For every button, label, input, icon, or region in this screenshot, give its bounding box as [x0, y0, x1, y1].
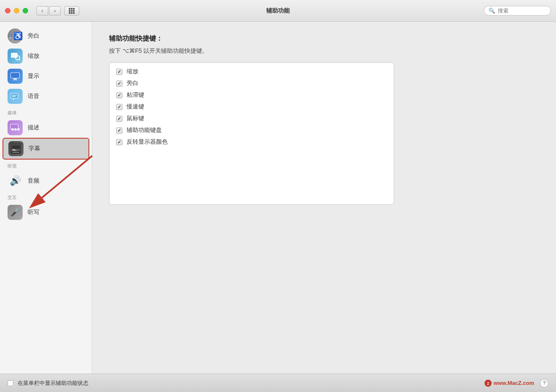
sidebar-label-display: 显示	[28, 72, 39, 80]
display-icon-inner	[8, 69, 23, 84]
bottom-right: Z www.MacZ.com ?	[484, 379, 548, 387]
panel-title: 辅助功能快捷键：	[109, 34, 539, 43]
svg-rect-23	[12, 149, 16, 150]
checkbox-row-6: 反转显示器颜色	[116, 138, 387, 146]
svg-rect-13	[12, 95, 17, 96]
svg-rect-12	[10, 93, 18, 98]
svg-rect-16	[10, 124, 18, 129]
svg-line-6	[19, 59, 20, 60]
right-panel: 辅助功能快捷键： 按下 ⌥⌘F5 以开关辅助功能快捷键。 缩放 旁白 粘滞键 慢…	[92, 22, 556, 374]
forward-button[interactable]: ›	[49, 6, 61, 15]
display-svg	[10, 71, 21, 82]
sidebar-item-caption[interactable]: 字幕	[3, 138, 89, 160]
category-media: 媒体	[0, 106, 92, 118]
svg-rect-4	[11, 53, 18, 58]
svg-rect-24	[12, 150, 17, 151]
describe-icon	[8, 120, 23, 135]
close-button[interactable]	[5, 8, 10, 13]
sidebar-label-narrate: 旁白	[28, 32, 39, 40]
sidebar-item-display[interactable]: 显示	[3, 66, 89, 86]
caption-svg	[10, 143, 21, 154]
speech-icon-inner	[8, 89, 23, 104]
sidebar-item-speech[interactable]: 语音	[3, 86, 89, 106]
panel-subtitle: 按下 ⌥⌘F5 以开关辅助功能快捷键。	[109, 47, 539, 55]
checkbox-slow[interactable]	[116, 104, 122, 110]
sidebar: ♿ ♿ 旁白	[0, 22, 92, 374]
sidebar-item-zoom[interactable]: 缩放	[3, 46, 89, 66]
checkbox-row-5: 辅助功能键盘	[116, 126, 387, 134]
nav-buttons: ‹ ›	[36, 6, 61, 15]
narrate-icon: ♿ ♿	[8, 28, 23, 44]
speech-icon	[8, 89, 23, 104]
zoom-icon-inner	[8, 49, 23, 64]
checkbox-row-0: 缩放	[116, 68, 387, 75]
narrate-icon-inner: ♿ ♿	[8, 28, 23, 44]
minimize-button[interactable]	[14, 8, 19, 13]
svg-text:Z: Z	[487, 382, 489, 386]
sidebar-item-dictation[interactable]: 🎤 听写	[3, 202, 89, 222]
checkbox-row-4: 鼠标键	[116, 115, 387, 122]
search-icon: 🔍	[488, 8, 495, 14]
category-interact: 交互	[0, 191, 92, 202]
checkbox-row-1: 旁白	[116, 80, 387, 87]
speech-svg	[10, 91, 21, 102]
checkbox-list: 缩放 旁白 粘滞键 慢速键 鼠标键 辅助功能键盘	[109, 62, 394, 205]
fullscreen-button[interactable]	[23, 8, 28, 13]
macz-logo: Z www.MacZ.com	[484, 379, 534, 387]
audio-icon: 🔊	[8, 173, 23, 188]
sidebar-item-audio[interactable]: 🔊 音频	[3, 171, 89, 191]
checkbox-label-mouse: 鼠标键	[127, 115, 144, 122]
checkbox-narrate[interactable]	[116, 80, 122, 87]
svg-rect-8	[11, 73, 19, 78]
sidebar-label-describe: 描述	[28, 124, 39, 132]
dictation-icon: 🎤	[8, 205, 23, 220]
sidebar-item-narrate[interactable]: ♿ ♿ 旁白	[3, 26, 89, 46]
display-icon	[8, 69, 23, 84]
back-button[interactable]: ‹	[36, 6, 48, 15]
search-input[interactable]	[498, 8, 546, 14]
checkbox-label-invert: 反转显示器颜色	[127, 138, 168, 146]
checkbox-label-narrate: 旁白	[127, 80, 138, 87]
titlebar: ‹ › 辅助功能 🔍	[0, 0, 556, 22]
caption-icon-inner	[8, 141, 23, 156]
sidebar-label-zoom: 缩放	[28, 52, 39, 60]
describe-svg	[10, 122, 21, 133]
svg-text:♿: ♿	[9, 34, 11, 36]
bottom-checkbox[interactable]	[8, 380, 13, 386]
sidebar-label-dictation: 听写	[28, 209, 39, 216]
traffic-lights	[5, 8, 28, 13]
checkbox-invert[interactable]	[116, 139, 122, 145]
macz-icon: Z	[484, 379, 492, 387]
sidebar-label-caption: 字幕	[29, 145, 40, 152]
audio-icon-inner: 🔊	[8, 173, 23, 188]
sidebar-item-describe[interactable]: 描述	[3, 118, 89, 138]
svg-point-19	[17, 128, 20, 131]
svg-rect-9	[13, 78, 17, 80]
svg-rect-27	[12, 152, 20, 153]
checkbox-row-2: 粘滞键	[116, 91, 387, 99]
checkbox-label-zoom: 缩放	[127, 68, 138, 75]
checkbox-label-slow: 慢速键	[127, 103, 144, 111]
sidebar-label-audio: 音频	[28, 177, 39, 185]
category-hearing: 听觉	[0, 160, 92, 171]
checkbox-mouse[interactable]	[116, 116, 122, 122]
zoom-icon	[8, 49, 23, 64]
caption-icon	[8, 141, 23, 156]
sidebar-label-speech: 语音	[28, 93, 39, 100]
checkbox-zoom[interactable]	[116, 69, 122, 75]
svg-point-17	[11, 128, 14, 131]
svg-rect-25	[16, 149, 20, 150]
search-box[interactable]: 🔍	[484, 6, 551, 15]
checkbox-label-keyboard: 辅助功能键盘	[127, 126, 162, 134]
svg-rect-10	[13, 80, 18, 80]
narrate-svg: ♿	[8, 31, 13, 41]
checkbox-label-sticky: 粘滞键	[127, 91, 144, 99]
checkbox-sticky[interactable]	[116, 92, 122, 98]
bottom-bar: 在菜单栏中显示辅助功能状态 Z www.MacZ.com ?	[0, 374, 556, 392]
checkbox-keyboard[interactable]	[116, 127, 122, 134]
grid-button[interactable]	[64, 6, 79, 15]
dictation-icon-inner: 🎤	[8, 205, 23, 220]
bottom-label: 在菜单栏中显示辅助功能状态	[18, 379, 88, 387]
help-button[interactable]: ?	[540, 379, 548, 387]
svg-point-18	[14, 128, 17, 131]
